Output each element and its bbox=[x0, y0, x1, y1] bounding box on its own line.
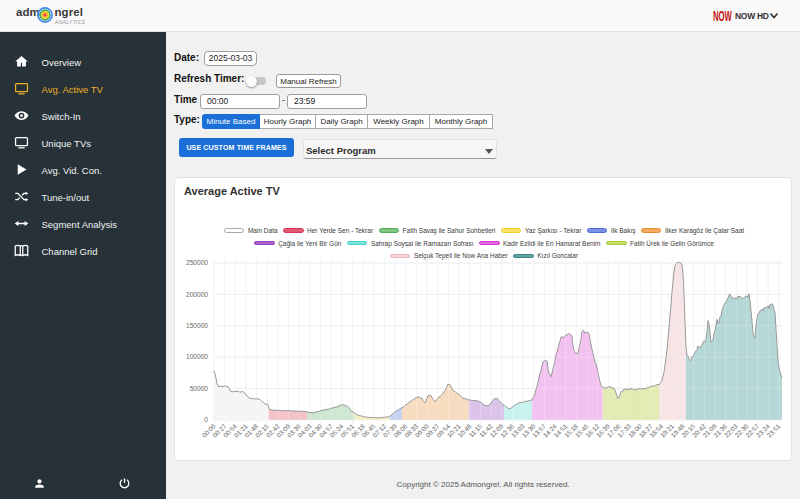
svg-text:150000: 150000 bbox=[186, 322, 208, 329]
svg-text:200000: 200000 bbox=[186, 291, 208, 298]
svg-text:100000: 100000 bbox=[186, 353, 208, 360]
svg-text:50000: 50000 bbox=[190, 385, 209, 392]
svg-text:250000: 250000 bbox=[186, 259, 208, 266]
svg-text:0: 0 bbox=[204, 416, 208, 423]
